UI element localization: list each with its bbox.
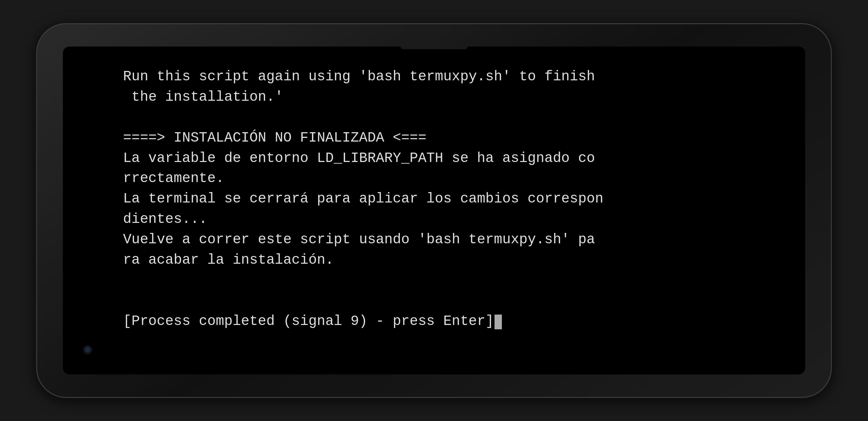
terminal-line-13: [Process completed (signal 9) - press En… <box>123 313 494 329</box>
terminal-line-7: La terminal se cerrará para aplicar los … <box>123 191 603 207</box>
screen: Run this script again using 'bash termux… <box>63 47 805 374</box>
terminal-cursor <box>495 315 502 329</box>
terminal-line-1: Run this script again using 'bash termux… <box>123 68 595 85</box>
power-button-right[interactable] <box>831 158 832 212</box>
volume-up-button[interactable] <box>36 118 37 145</box>
terminal-line-2: the installation.' <box>123 89 283 105</box>
terminal-line-11 <box>123 273 131 288</box>
terminal-line-9: Vuelve a correr este script usando 'bash… <box>123 231 595 248</box>
terminal-output: Run this script again using 'bash termux… <box>123 66 745 332</box>
terminal-line-8: dientes... <box>123 211 207 227</box>
volume-down-button[interactable] <box>36 158 37 198</box>
phone-container: Run this script again using 'bash termux… <box>26 13 842 408</box>
terminal-line-12 <box>123 293 131 309</box>
terminal-line-4: ====> INSTALACIÓN NO FINALIZADA <=== <box>123 130 426 146</box>
terminal-window[interactable]: Run this script again using 'bash termux… <box>63 47 805 374</box>
terminal-line-3 <box>123 109 131 125</box>
terminal-line-5: La variable de entorno LD_LIBRARY_PATH s… <box>123 150 595 166</box>
power-button-left[interactable] <box>36 208 37 248</box>
terminal-line-6: rrectamente. <box>123 170 224 187</box>
terminal-line-10: ra acabar la instalación. <box>123 252 334 268</box>
camera-icon <box>83 345 92 355</box>
phone-body: Run this script again using 'bash termux… <box>36 23 832 398</box>
